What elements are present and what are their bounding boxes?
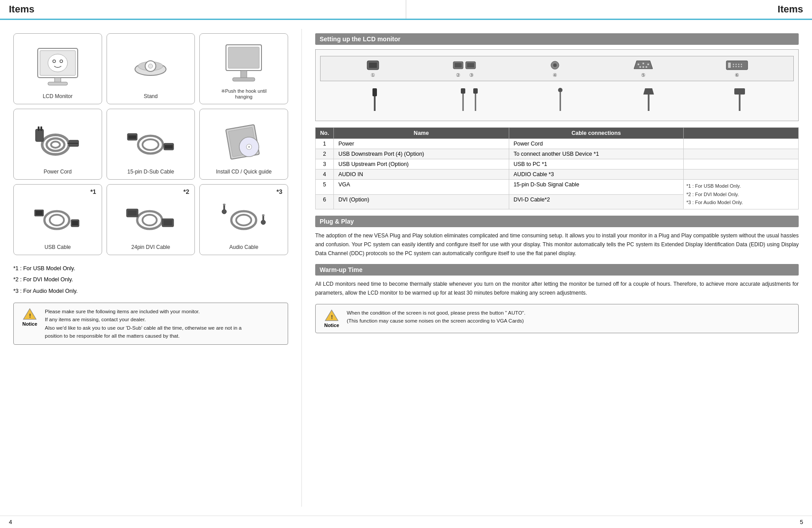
svg-point-17 — [51, 142, 60, 148]
svg-point-10 — [148, 64, 153, 68]
dsub-image — [124, 120, 177, 165]
svg-rect-50 — [223, 204, 226, 205]
page-number-left: 4 — [9, 519, 406, 525]
row2-cable: To connect another USB Device *1 — [509, 149, 683, 159]
item-dsub-cable: 15-pin D-Sub Cable — [107, 109, 195, 180]
item-hook-note: ※Push the hook untilhanging — [221, 88, 267, 99]
notice-icon-left: ! Notice — [20, 307, 40, 327]
svg-rect-91 — [734, 88, 745, 95]
notes-section: *1 : For USB Model Only. *2 : For DVI Mo… — [13, 264, 288, 296]
item-stand-label: Stand — [144, 93, 158, 99]
notice-icon-right: ! Notice — [322, 309, 341, 328]
row6-no: 6 — [316, 194, 334, 209]
svg-point-4 — [60, 60, 63, 63]
lcd-monitor-image — [31, 45, 84, 89]
item-lcd-monitor: LCD Monitor — [13, 33, 102, 104]
svg-point-3 — [53, 60, 55, 63]
right-panel: Setting up the LCD monitor ① — [302, 29, 812, 507]
port5-icon — [633, 59, 654, 71]
item-install-cd: Install CD / Quick guide — [199, 109, 288, 180]
svg-rect-53 — [262, 214, 265, 216]
row1-no: 1 — [316, 139, 334, 149]
row4-no: 4 — [316, 169, 334, 180]
left-panel: LCD Monitor Stand — [0, 29, 302, 507]
warning-triangle-icon: ! — [23, 308, 37, 320]
item-dvi-cable: *2 24pin DVI Cable — [107, 184, 195, 255]
warmup-header: Warm-up Time — [315, 264, 799, 276]
item-cd-label: Install CD / Quick guide — [216, 169, 271, 175]
svg-point-68 — [639, 66, 641, 68]
port1-icon — [365, 59, 380, 71]
item-usb-cable: *1 USB Cable — [13, 184, 102, 255]
table-row: 1 Power Power Cord — [316, 139, 799, 149]
svg-point-80 — [741, 66, 742, 67]
page-title-left: Items — [0, 0, 406, 19]
svg-rect-59 — [455, 63, 462, 67]
svg-point-16 — [47, 138, 64, 151]
note-3: *3 : For Audio Model Only. — [13, 287, 288, 296]
port4-icon — [549, 59, 561, 71]
row5-no: 5 — [316, 180, 334, 195]
svg-point-47 — [236, 215, 251, 225]
cable2-icon — [460, 87, 466, 112]
port6-icon — [725, 59, 749, 71]
svg-point-74 — [735, 64, 737, 65]
svg-rect-39 — [72, 221, 78, 225]
right-notice-text: When the condition of the screen is not … — [347, 309, 525, 325]
svg-point-35 — [50, 215, 64, 225]
svg-point-73 — [733, 64, 734, 65]
svg-point-2 — [48, 54, 67, 72]
svg-text:!: ! — [331, 314, 333, 320]
row1-note — [683, 139, 798, 149]
right-notice-box: ! Notice When the condition of the scree… — [315, 304, 799, 333]
row1-name: Power — [334, 139, 509, 149]
svg-rect-19 — [38, 126, 40, 131]
svg-point-67 — [647, 63, 649, 65]
svg-rect-81 — [372, 88, 377, 96]
item-audio-label: Audio Cable — [229, 244, 258, 250]
row6-cable: DVI-D Cable*2 — [509, 194, 683, 209]
svg-point-63 — [553, 63, 557, 67]
port6-num: ⑥ — [735, 72, 739, 78]
svg-rect-18 — [36, 129, 44, 142]
hook-image — [217, 43, 270, 85]
connections-table: No. Name Cable connections 1 Power Power… — [315, 127, 799, 209]
stand-image — [124, 45, 177, 89]
table-row: 3 USB Upstream Port (Option) USB to PC *… — [316, 159, 799, 169]
table-header-note — [683, 128, 798, 139]
svg-rect-52 — [262, 215, 264, 223]
usb-image — [31, 196, 84, 240]
item-usb-label: USB Cable — [44, 244, 71, 250]
row4-note — [683, 169, 798, 180]
table-row: 2 USB Downstream Port (4) (Option) To co… — [316, 149, 799, 159]
cable6-icon — [733, 87, 746, 112]
item-dvi-label: 24pin DVI Cable — [131, 244, 170, 250]
row3-name: USB Upstream Port (Option) — [334, 159, 509, 169]
item-power-cord-label: Power Cord — [44, 169, 71, 175]
footer: 4 5 — [0, 516, 812, 528]
row5-note: *1 : For USB Model Only. *2 : For DVI Mo… — [683, 180, 798, 209]
svg-rect-49 — [223, 205, 225, 213]
note-1: *1 : For USB Model Only. — [13, 264, 288, 273]
svg-rect-13 — [241, 71, 247, 79]
svg-rect-28 — [165, 145, 173, 149]
svg-text:!: ! — [29, 312, 31, 319]
row3-cable: USB to PC *1 — [509, 159, 683, 169]
row4-name: AUDIO IN — [334, 169, 509, 180]
svg-point-24 — [143, 139, 158, 150]
table-header-name: Name — [334, 128, 509, 139]
svg-rect-61 — [467, 63, 474, 67]
svg-rect-72 — [728, 63, 731, 68]
item-stand: Stand — [107, 33, 195, 104]
table-row: 5 VGA 15-pin D-Sub Signal Cable *1 : For… — [316, 180, 799, 195]
port2-num: ② — [456, 72, 460, 78]
item-power-cord: Power Cord — [13, 109, 102, 180]
usb-asterisk: *1 — [90, 188, 96, 195]
svg-rect-12 — [228, 47, 259, 68]
table-header-no: No. — [316, 128, 334, 139]
left-notice-box: ! Notice Please make sure the following … — [13, 303, 288, 345]
row3-no: 3 — [316, 159, 334, 169]
row2-note — [683, 149, 798, 159]
svg-rect-57 — [369, 63, 377, 68]
svg-point-65 — [638, 63, 639, 65]
